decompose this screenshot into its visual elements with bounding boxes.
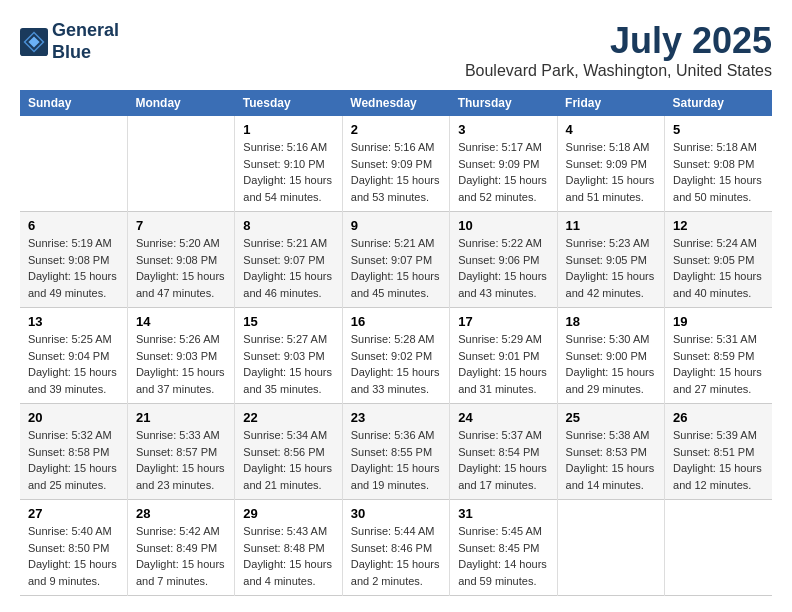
calendar-cell: 27Sunrise: 5:40 AM Sunset: 8:50 PM Dayli…	[20, 500, 127, 596]
calendar-cell: 31Sunrise: 5:45 AM Sunset: 8:45 PM Dayli…	[450, 500, 557, 596]
month-title: July 2025	[465, 20, 772, 62]
calendar-cell: 25Sunrise: 5:38 AM Sunset: 8:53 PM Dayli…	[557, 404, 664, 500]
day-info: Sunrise: 5:42 AM Sunset: 8:49 PM Dayligh…	[136, 523, 226, 589]
calendar-cell: 13Sunrise: 5:25 AM Sunset: 9:04 PM Dayli…	[20, 308, 127, 404]
day-info: Sunrise: 5:28 AM Sunset: 9:02 PM Dayligh…	[351, 331, 441, 397]
calendar-cell: 17Sunrise: 5:29 AM Sunset: 9:01 PM Dayli…	[450, 308, 557, 404]
calendar-cell: 1Sunrise: 5:16 AM Sunset: 9:10 PM Daylig…	[235, 116, 342, 212]
day-number: 14	[136, 314, 226, 329]
day-number: 22	[243, 410, 333, 425]
weekday-header: Saturday	[665, 90, 772, 116]
day-info: Sunrise: 5:27 AM Sunset: 9:03 PM Dayligh…	[243, 331, 333, 397]
calendar-cell: 15Sunrise: 5:27 AM Sunset: 9:03 PM Dayli…	[235, 308, 342, 404]
day-number: 25	[566, 410, 656, 425]
title-block: July 2025 Boulevard Park, Washington, Un…	[465, 20, 772, 80]
calendar-cell	[20, 116, 127, 212]
calendar-cell: 7Sunrise: 5:20 AM Sunset: 9:08 PM Daylig…	[127, 212, 234, 308]
day-number: 9	[351, 218, 441, 233]
calendar-cell: 28Sunrise: 5:42 AM Sunset: 8:49 PM Dayli…	[127, 500, 234, 596]
day-number: 6	[28, 218, 119, 233]
day-info: Sunrise: 5:21 AM Sunset: 9:07 PM Dayligh…	[351, 235, 441, 301]
day-info: Sunrise: 5:45 AM Sunset: 8:45 PM Dayligh…	[458, 523, 548, 589]
day-number: 23	[351, 410, 441, 425]
day-info: Sunrise: 5:37 AM Sunset: 8:54 PM Dayligh…	[458, 427, 548, 493]
day-info: Sunrise: 5:29 AM Sunset: 9:01 PM Dayligh…	[458, 331, 548, 397]
day-number: 18	[566, 314, 656, 329]
day-number: 16	[351, 314, 441, 329]
weekday-header: Tuesday	[235, 90, 342, 116]
day-info: Sunrise: 5:30 AM Sunset: 9:00 PM Dayligh…	[566, 331, 656, 397]
calendar-cell: 6Sunrise: 5:19 AM Sunset: 9:08 PM Daylig…	[20, 212, 127, 308]
calendar-cell	[557, 500, 664, 596]
day-number: 13	[28, 314, 119, 329]
day-info: Sunrise: 5:22 AM Sunset: 9:06 PM Dayligh…	[458, 235, 548, 301]
day-number: 1	[243, 122, 333, 137]
day-number: 31	[458, 506, 548, 521]
calendar-week-row: 6Sunrise: 5:19 AM Sunset: 9:08 PM Daylig…	[20, 212, 772, 308]
day-info: Sunrise: 5:44 AM Sunset: 8:46 PM Dayligh…	[351, 523, 441, 589]
day-info: Sunrise: 5:26 AM Sunset: 9:03 PM Dayligh…	[136, 331, 226, 397]
calendar-cell: 30Sunrise: 5:44 AM Sunset: 8:46 PM Dayli…	[342, 500, 449, 596]
logo: General Blue	[20, 20, 119, 63]
calendar-cell: 20Sunrise: 5:32 AM Sunset: 8:58 PM Dayli…	[20, 404, 127, 500]
weekday-header: Friday	[557, 90, 664, 116]
calendar-table: SundayMondayTuesdayWednesdayThursdayFrid…	[20, 90, 772, 596]
calendar-cell: 21Sunrise: 5:33 AM Sunset: 8:57 PM Dayli…	[127, 404, 234, 500]
calendar-week-row: 27Sunrise: 5:40 AM Sunset: 8:50 PM Dayli…	[20, 500, 772, 596]
calendar-cell: 16Sunrise: 5:28 AM Sunset: 9:02 PM Dayli…	[342, 308, 449, 404]
day-info: Sunrise: 5:34 AM Sunset: 8:56 PM Dayligh…	[243, 427, 333, 493]
calendar-cell: 3Sunrise: 5:17 AM Sunset: 9:09 PM Daylig…	[450, 116, 557, 212]
day-info: Sunrise: 5:43 AM Sunset: 8:48 PM Dayligh…	[243, 523, 333, 589]
day-number: 7	[136, 218, 226, 233]
day-number: 27	[28, 506, 119, 521]
calendar-cell: 23Sunrise: 5:36 AM Sunset: 8:55 PM Dayli…	[342, 404, 449, 500]
calendar-cell: 14Sunrise: 5:26 AM Sunset: 9:03 PM Dayli…	[127, 308, 234, 404]
day-number: 20	[28, 410, 119, 425]
calendar-cell	[665, 500, 772, 596]
day-info: Sunrise: 5:31 AM Sunset: 8:59 PM Dayligh…	[673, 331, 764, 397]
day-info: Sunrise: 5:38 AM Sunset: 8:53 PM Dayligh…	[566, 427, 656, 493]
calendar-week-row: 1Sunrise: 5:16 AM Sunset: 9:10 PM Daylig…	[20, 116, 772, 212]
calendar-week-row: 20Sunrise: 5:32 AM Sunset: 8:58 PM Dayli…	[20, 404, 772, 500]
day-info: Sunrise: 5:24 AM Sunset: 9:05 PM Dayligh…	[673, 235, 764, 301]
day-number: 2	[351, 122, 441, 137]
day-info: Sunrise: 5:18 AM Sunset: 9:08 PM Dayligh…	[673, 139, 764, 205]
location-title: Boulevard Park, Washington, United State…	[465, 62, 772, 80]
day-info: Sunrise: 5:20 AM Sunset: 9:08 PM Dayligh…	[136, 235, 226, 301]
day-number: 12	[673, 218, 764, 233]
day-info: Sunrise: 5:16 AM Sunset: 9:09 PM Dayligh…	[351, 139, 441, 205]
day-number: 30	[351, 506, 441, 521]
page-header: General Blue July 2025 Boulevard Park, W…	[20, 20, 772, 80]
day-info: Sunrise: 5:19 AM Sunset: 9:08 PM Dayligh…	[28, 235, 119, 301]
weekday-header: Sunday	[20, 90, 127, 116]
calendar-cell: 8Sunrise: 5:21 AM Sunset: 9:07 PM Daylig…	[235, 212, 342, 308]
calendar-cell: 10Sunrise: 5:22 AM Sunset: 9:06 PM Dayli…	[450, 212, 557, 308]
calendar-cell	[127, 116, 234, 212]
day-number: 29	[243, 506, 333, 521]
day-number: 19	[673, 314, 764, 329]
calendar-cell: 9Sunrise: 5:21 AM Sunset: 9:07 PM Daylig…	[342, 212, 449, 308]
weekday-header: Wednesday	[342, 90, 449, 116]
logo-icon	[20, 28, 48, 56]
calendar-cell: 19Sunrise: 5:31 AM Sunset: 8:59 PM Dayli…	[665, 308, 772, 404]
day-number: 28	[136, 506, 226, 521]
calendar-cell: 12Sunrise: 5:24 AM Sunset: 9:05 PM Dayli…	[665, 212, 772, 308]
calendar-cell: 11Sunrise: 5:23 AM Sunset: 9:05 PM Dayli…	[557, 212, 664, 308]
day-number: 4	[566, 122, 656, 137]
day-info: Sunrise: 5:16 AM Sunset: 9:10 PM Dayligh…	[243, 139, 333, 205]
day-number: 21	[136, 410, 226, 425]
calendar-cell: 4Sunrise: 5:18 AM Sunset: 9:09 PM Daylig…	[557, 116, 664, 212]
day-number: 8	[243, 218, 333, 233]
day-number: 5	[673, 122, 764, 137]
day-info: Sunrise: 5:23 AM Sunset: 9:05 PM Dayligh…	[566, 235, 656, 301]
day-info: Sunrise: 5:40 AM Sunset: 8:50 PM Dayligh…	[28, 523, 119, 589]
calendar-cell: 18Sunrise: 5:30 AM Sunset: 9:00 PM Dayli…	[557, 308, 664, 404]
day-info: Sunrise: 5:33 AM Sunset: 8:57 PM Dayligh…	[136, 427, 226, 493]
day-info: Sunrise: 5:17 AM Sunset: 9:09 PM Dayligh…	[458, 139, 548, 205]
day-number: 17	[458, 314, 548, 329]
calendar-cell: 26Sunrise: 5:39 AM Sunset: 8:51 PM Dayli…	[665, 404, 772, 500]
calendar-cell: 5Sunrise: 5:18 AM Sunset: 9:08 PM Daylig…	[665, 116, 772, 212]
day-number: 3	[458, 122, 548, 137]
day-info: Sunrise: 5:39 AM Sunset: 8:51 PM Dayligh…	[673, 427, 764, 493]
day-number: 15	[243, 314, 333, 329]
